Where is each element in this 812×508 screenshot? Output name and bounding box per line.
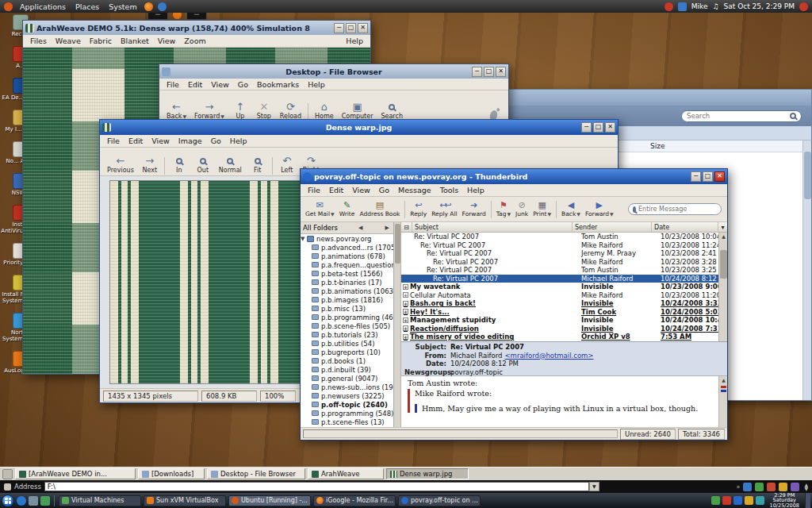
message-row[interactable]: +Reaction/diffusionInvisible10/24/2008 7… <box>401 325 727 333</box>
menu-edit[interactable]: Edit <box>325 185 347 195</box>
thread-expander-icon[interactable]: + <box>403 334 408 340</box>
thread-expander-icon[interactable]: + <box>403 284 408 290</box>
minimize-button[interactable]: − <box>472 67 482 77</box>
menu-bookmarks[interactable]: Bookmarks <box>253 79 303 90</box>
folder-item[interactable]: p.newusers (3225) <box>301 391 393 400</box>
home-button[interactable]: ⌂Home <box>311 101 338 121</box>
scrollbar-thumb[interactable] <box>395 224 400 264</box>
folder-item[interactable]: p.beta-test (1566) <box>301 269 393 278</box>
thread-expander-icon[interactable]: + <box>403 292 408 298</box>
show-desktop-strip[interactable] <box>805 493 810 508</box>
applications-menu[interactable]: Applications <box>17 2 68 11</box>
thread-expander-icon[interactable]: + <box>403 318 408 323</box>
taskbar-button-thunderbird[interactable]: povray.off-topic on ... <box>398 495 481 506</box>
taskbar-clock[interactable]: 2:29 PM Saturday 10/25/2008 <box>767 493 802 508</box>
maximize-button[interactable]: □ <box>703 171 713 182</box>
body-scrollbar[interactable]: ▲ <box>718 376 727 427</box>
menu-help[interactable]: Help <box>342 36 367 46</box>
zoom-out-button[interactable]: Out <box>191 152 215 175</box>
menu-help[interactable]: Help <box>463 185 488 195</box>
tray-icon-teal[interactable] <box>756 496 764 505</box>
folder-item[interactable]: p.b.misc (13) <box>301 304 393 313</box>
taskbar-button-ubuntu[interactable]: Ubuntu [Running] -... <box>228 495 311 506</box>
preview-from-name[interactable]: Michael Raiford <box>450 352 502 360</box>
tray-icon-green[interactable] <box>711 496 720 505</box>
places-menu[interactable]: Places <box>73 2 102 11</box>
arahweave-titlebar[interactable]: ArahWeave DEMO 5.1k: Dense warp (158,74)… <box>23 21 370 35</box>
folder-item[interactable]: p.b.t-binaries (17) <box>301 278 393 287</box>
menu-view[interactable]: View <box>154 36 180 46</box>
tray-toolbar-icon[interactable] <box>755 483 764 491</box>
date-column-header[interactable]: Date <box>652 222 718 232</box>
thread-expander-icon[interactable]: + <box>403 301 408 306</box>
help-launcher-icon[interactable] <box>158 2 167 11</box>
flag-column-header[interactable]: ▾ <box>718 222 727 232</box>
window-list-button-file-browser[interactable]: Desktop - File Browser <box>207 468 305 479</box>
up-button[interactable]: ↑Up <box>228 101 252 121</box>
quit-icon[interactable] <box>799 2 808 11</box>
mail-notifier-icon[interactable] <box>678 2 687 11</box>
message-row[interactable]: +Management stupidityInvisible10/24/2008… <box>401 316 727 325</box>
message-row[interactable]: Re: Virtual PC 2007Jeremy M. Praay10/23/… <box>401 249 727 258</box>
window-list-button-downloads[interactable]: [Downloads] <box>138 468 205 479</box>
write-button[interactable]: ✎Write <box>337 201 358 217</box>
panel-clock[interactable]: Sat Oct 25, 2:29 PM <box>724 2 795 10</box>
scrollbar-thumb[interactable] <box>804 152 811 199</box>
explorer-titlebar[interactable] <box>508 90 811 106</box>
zoom-fit-button[interactable]: Fit <box>246 152 270 175</box>
tray-icon-blue[interactable] <box>733 496 742 505</box>
folder-item[interactable]: p.b.images (1816) <box>301 295 393 304</box>
minimize-button[interactable]: − <box>691 171 701 182</box>
maximize-button[interactable]: □ <box>346 23 356 33</box>
folder-pane-next-icon[interactable]: ▶ <box>384 225 391 231</box>
chevron-right-icon[interactable]: » <box>736 483 740 491</box>
folder-item[interactable]: p.general (9047) <box>301 374 393 383</box>
window-list-button-arahweave-demo[interactable]: [ArahWeave DEMO in... <box>15 468 136 479</box>
maximize-button[interactable]: □ <box>593 122 603 133</box>
message-row[interactable]: +My wavetankInvisible10/23/2008 9:00 ... <box>401 283 727 291</box>
message-row[interactable]: +Bash.org is back!Invisible10/24/2008 3:… <box>401 299 727 308</box>
close-button[interactable]: ✕ <box>496 67 506 77</box>
thread-expander-icon[interactable]: + <box>403 309 408 314</box>
firefox-launcher-icon[interactable] <box>144 2 153 11</box>
folder-pane-scrollbar[interactable] <box>394 222 401 427</box>
explorer-column-headers[interactable]: Size <box>609 140 802 152</box>
close-button[interactable]: ✕ <box>714 171 725 182</box>
folder-item[interactable]: p.d.books (1) <box>301 356 393 365</box>
start-button[interactable] <box>2 495 14 507</box>
message-row[interactable]: Re: Virtual PC 2007Mike Raiford10/23/200… <box>401 258 727 267</box>
toolbar-scroll-arrows[interactable]: ▲▼ <box>804 483 808 491</box>
thunderbird-titlebar[interactable]: povray.off-topic on news.povray.org - Th… <box>301 169 727 184</box>
explorer-scrollbar[interactable] <box>802 140 811 400</box>
minimize-button[interactable]: − <box>334 23 344 33</box>
file-browser-titlebar[interactable]: Desktop - File Browser − □ ✕ <box>159 64 508 79</box>
forward-nav-button[interactable]: ▶Forward▼ <box>583 201 616 217</box>
folder-item[interactable]: p.b.programming (46) <box>301 313 393 321</box>
reply-button[interactable]: ↩Reply <box>408 201 429 217</box>
forward-button[interactable]: →Forward▼ <box>190 101 228 121</box>
window-list-button-arahweave[interactable]: ArahWeave <box>308 468 384 479</box>
message-search-input[interactable] <box>638 206 718 213</box>
address-input[interactable] <box>44 482 589 491</box>
quick-launch-browser-icon[interactable] <box>17 496 26 506</box>
menu-edit[interactable]: Edit <box>184 79 206 90</box>
message-search-box[interactable] <box>628 203 722 215</box>
tray-toolbar-icon[interactable] <box>743 483 752 491</box>
menu-tools[interactable]: Tools <box>436 185 462 195</box>
message-row[interactable]: Re: Virtual PC 2007Mike Raiford10/23/200… <box>401 241 727 250</box>
search-button[interactable]: Search <box>377 98 406 121</box>
folder-item[interactable]: p.d.inbuilt (39) <box>301 365 393 374</box>
previous-button[interactable]: ←Previous <box>103 155 138 175</box>
explorer-search-input[interactable] <box>687 112 787 120</box>
next-button[interactable]: →Next <box>138 155 162 175</box>
folder-item-off-topic[interactable]: p.off-topic (2640) <box>301 400 393 409</box>
menu-help[interactable]: Help <box>304 79 329 90</box>
message-list-scrollbar[interactable]: ▲ <box>718 233 727 341</box>
subject-column-header[interactable]: Subject <box>412 222 573 232</box>
folder-pane-prev-icon[interactable]: ◀ <box>357 225 364 231</box>
message-row[interactable]: +Cellular AutomataMike Raiford10/23/2008… <box>401 291 727 300</box>
zoom-in-button[interactable]: In <box>167 152 191 175</box>
stop-button[interactable]: ✕Stop <box>252 101 276 121</box>
folder-item[interactable]: p.advanced...rs (1705) <box>301 243 393 252</box>
explorer-search-box[interactable] <box>681 110 802 122</box>
